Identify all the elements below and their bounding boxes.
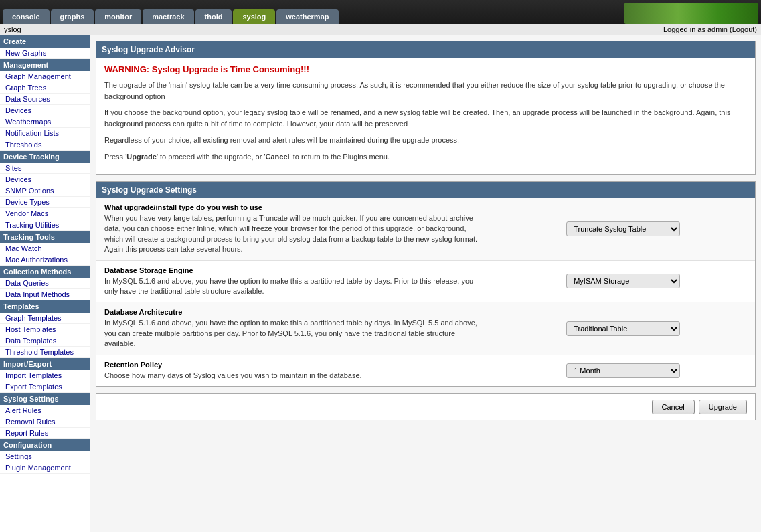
- retention-label-cell: Retention Policy Choose how many days of…: [96, 355, 491, 386]
- sidebar-item-removal-rules[interactable]: Removal Rules: [0, 416, 90, 428]
- warning-title: WARNING: Syslog Upgrade is Time Consumin…: [104, 64, 747, 74]
- advisor-body: WARNING: Syslog Upgrade is Time Consumin…: [96, 58, 755, 174]
- sidebar-item-export-templates[interactable]: Export Templates: [0, 381, 90, 393]
- nav-tab-syslog[interactable]: syslog: [233, 9, 275, 24]
- storage-engine-title: Database Storage Engine: [104, 266, 483, 274]
- sidebar-item-mac-authorizations[interactable]: Mac Authorizations: [0, 254, 90, 266]
- nav-tab-weathermap[interactable]: weathermap: [276, 9, 338, 24]
- cancel-button[interactable]: Cancel: [652, 400, 695, 414]
- sidebar-item-graph-templates[interactable]: Graph Templates: [0, 313, 90, 324]
- settings-row-architecture: Database Architecutre In MySQL 5.1.6 and…: [96, 302, 755, 355]
- architecture-desc: In MySQL 5.1.6 and above, you have the o…: [104, 318, 483, 349]
- sidebar-header-collection-methods: Collection Methods: [0, 266, 90, 278]
- retention-desc: Choose how many days of Syslog values yo…: [104, 371, 483, 381]
- upgrade-button[interactable]: Upgrade: [699, 400, 747, 414]
- sidebar-header-create: Create: [0, 35, 90, 48]
- upgrade-type-desc: When you have very large tables, perform…: [104, 213, 483, 255]
- button-row: Cancel Upgrade: [96, 393, 756, 420]
- sidebar-item-plugin-management[interactable]: Plugin Management: [0, 462, 90, 474]
- sidebar-item-data-queries[interactable]: Data Queries: [0, 278, 90, 289]
- sidebar-header-configuration: Configuration: [0, 439, 90, 451]
- architecture-label-cell: Database Architecutre In MySQL 5.1.6 and…: [96, 302, 491, 355]
- sidebar: Create New Graphs Management Graph Manag…: [0, 35, 90, 532]
- sidebar-item-mac-watch[interactable]: Mac Watch: [0, 243, 90, 254]
- sidebar-header-import-export: Import/Export: [0, 358, 90, 370]
- settings-row-storage-engine: Database Storage Engine In MySQL 5.1.6 a…: [96, 260, 755, 302]
- sidebar-header-tracking-tools: Tracking Tools: [0, 231, 90, 243]
- status-right: Logged in as admin (Logout): [663, 25, 757, 33]
- nav-tab-mactrack[interactable]: mactrack: [143, 9, 193, 24]
- sidebar-item-data-sources[interactable]: Data Sources: [0, 94, 90, 105]
- settings-header: Syslog Upgrade Settings: [96, 182, 755, 198]
- sidebar-item-devices[interactable]: Devices: [0, 105, 90, 116]
- settings-row-upgrade-type: What upgrade/install type do you wish to…: [96, 198, 755, 260]
- advisor-para1: The upgrade of the 'main' syslog table c…: [104, 80, 747, 102]
- nav-tab-monitor[interactable]: monitor: [95, 9, 141, 24]
- sidebar-item-settings[interactable]: Settings: [0, 451, 90, 462]
- sidebar-header-templates: Templates: [0, 300, 90, 313]
- status-left: yslog: [4, 25, 21, 33]
- upgrade-keyword: Upgrade: [126, 153, 157, 161]
- sidebar-item-data-templates[interactable]: Data Templates: [0, 335, 90, 347]
- nav-tab-console[interactable]: console: [3, 9, 50, 24]
- storage-engine-desc: In MySQL 5.1.6 and above, you have the o…: [104, 276, 483, 297]
- nav-tab-graphs[interactable]: graphs: [51, 9, 94, 24]
- sidebar-item-vendor-macs[interactable]: Vendor Macs: [0, 208, 90, 219]
- sidebar-item-device-types[interactable]: Device Types: [0, 197, 90, 208]
- upgrade-type-label-cell: What upgrade/install type do you wish to…: [96, 198, 491, 260]
- nav-tab-thold[interactable]: thold: [195, 9, 232, 24]
- storage-engine-control-cell: MyISAM Storage InnoDB Storage: [491, 260, 755, 302]
- sidebar-item-data-input-methods[interactable]: Data Input Methods: [0, 289, 90, 300]
- top-nav: console graphs monitor mactrack thold sy…: [0, 0, 761, 24]
- advisor-para2: If you choose the background option, you…: [104, 107, 747, 129]
- architecture-select[interactable]: Traditional Table Partitioned by Day Par…: [566, 321, 680, 336]
- sidebar-item-notification-lists[interactable]: Notification Lists: [0, 128, 90, 139]
- sidebar-item-devices-tracking[interactable]: Devices: [0, 174, 90, 185]
- sidebar-header-device-tracking: Device Tracking: [0, 151, 90, 163]
- sidebar-item-host-templates[interactable]: Host Templates: [0, 324, 90, 335]
- sidebar-item-alert-rules[interactable]: Alert Rules: [0, 405, 90, 416]
- sidebar-item-new-graphs[interactable]: New Graphs: [0, 48, 90, 59]
- status-bar: yslog Logged in as admin (Logout): [0, 24, 761, 35]
- sidebar-item-graph-trees[interactable]: Graph Trees: [0, 82, 90, 94]
- sidebar-item-thresholds[interactable]: Thresholds: [0, 139, 90, 151]
- settings-row-retention: Retention Policy Choose how many days of…: [96, 355, 755, 386]
- retention-select[interactable]: 1 Month 2 Months 3 Months 6 Months 1 Yea…: [566, 363, 680, 378]
- header-logo: [624, 3, 758, 24]
- layout: Create New Graphs Management Graph Manag…: [0, 35, 761, 532]
- upgrade-type-select[interactable]: Truncate Syslog Table Inline Background: [566, 221, 680, 236]
- sidebar-header-management: Management: [0, 59, 90, 71]
- sidebar-item-sites[interactable]: Sites: [0, 163, 90, 174]
- retention-title: Retention Policy: [104, 361, 483, 369]
- upgrade-type-title: What upgrade/install type do you wish to…: [104, 203, 483, 211]
- architecture-control-cell: Traditional Table Partitioned by Day Par…: [491, 302, 755, 355]
- advisor-header: Syslog Upgrade Advisor: [96, 41, 755, 58]
- sidebar-item-report-rules[interactable]: Report Rules: [0, 428, 90, 439]
- main-content: Syslog Upgrade Advisor WARNING: Syslog U…: [90, 35, 761, 532]
- sidebar-item-graph-management[interactable]: Graph Management: [0, 71, 90, 82]
- advisor-para4: Press 'Upgrade' to proceed with the upgr…: [104, 151, 747, 163]
- sidebar-item-tracking-utilities[interactable]: Tracking Utilities: [0, 219, 90, 231]
- sidebar-item-threshold-templates[interactable]: Threshold Templates: [0, 347, 90, 358]
- storage-engine-label-cell: Database Storage Engine In MySQL 5.1.6 a…: [96, 260, 491, 302]
- sidebar-item-weathermaps[interactable]: Weathermaps: [0, 116, 90, 128]
- upgrade-type-control-cell: Truncate Syslog Table Inline Background: [491, 198, 755, 260]
- retention-control-cell: 1 Month 2 Months 3 Months 6 Months 1 Yea…: [491, 355, 755, 386]
- storage-engine-select[interactable]: MyISAM Storage InnoDB Storage: [566, 274, 680, 288]
- architecture-title: Database Architecutre: [104, 308, 483, 316]
- cancel-keyword: Cancel: [265, 153, 289, 161]
- settings-box: Syslog Upgrade Settings What upgrade/ins…: [96, 181, 756, 387]
- sidebar-header-syslog-settings: Syslog Settings: [0, 393, 90, 405]
- sidebar-item-snmp-options[interactable]: SNMP Options: [0, 185, 90, 197]
- advisor-para3: Regardless of your choice, all existing …: [104, 135, 747, 146]
- sidebar-item-import-templates[interactable]: Import Templates: [0, 370, 90, 381]
- settings-table: What upgrade/install type do you wish to…: [96, 198, 755, 386]
- advisor-box: Syslog Upgrade Advisor WARNING: Syslog U…: [96, 41, 756, 175]
